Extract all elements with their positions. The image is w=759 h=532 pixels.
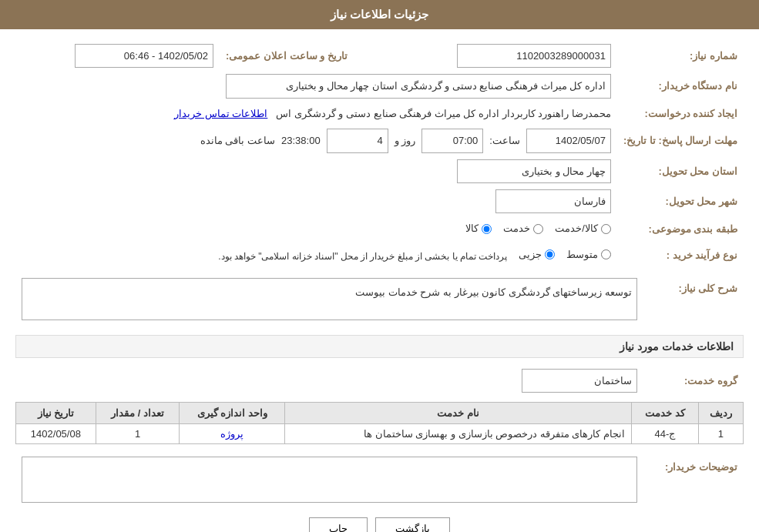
- buyer-desc-label: توضیحات خریدار:: [643, 453, 744, 506]
- category-label: طبقه بندی موضوعی:: [617, 216, 744, 243]
- services-table-header-row: ردیف کد خدمت نام خدمت واحد اندازه گیری ت…: [16, 403, 744, 424]
- announce-date-value: 1402/05/02 - 06:46: [75, 44, 213, 68]
- col-date: تاریخ نیاز: [16, 403, 96, 424]
- cell-service-code: ج-44: [632, 424, 699, 444]
- purchase-radio-motavaset[interactable]: متوسط: [566, 246, 611, 263]
- content-area: شماره نیاز: 1102003289000031 تاریخ و ساع…: [0, 29, 759, 532]
- back-button[interactable]: بازگشت: [375, 517, 450, 532]
- delivery-province-label: استان محل تحویل:: [617, 156, 744, 186]
- request-number-label: شماره نیاز:: [617, 41, 744, 71]
- purchase-type-label: نوع فرآیند خرید :: [617, 243, 744, 269]
- services-section-header: اطلاعات خدمات مورد نیاز: [15, 335, 744, 358]
- purchase-radio-jozi[interactable]: جزیی: [519, 246, 555, 263]
- category-radio3-label: کالا/خدمت: [555, 219, 598, 237]
- cell-service-name: انجام کارهای متفرقه درخصوص بازسازی و بهس…: [285, 424, 632, 444]
- request-number-value: 1102003289000031: [457, 44, 611, 68]
- page-title: جزئیات اطلاعات نیاز: [331, 8, 428, 21]
- category-radio2-label: خدمت: [503, 219, 530, 237]
- table-row: 1 ج-44 انجام کارهای متفرقه درخصوص بازساز…: [16, 424, 744, 444]
- deadline-remaining-label: ساعت باقی مانده: [200, 132, 275, 149]
- col-service-code: کد خدمت: [632, 403, 699, 424]
- delivery-province-value: چهار محال و بختیاری: [457, 159, 611, 183]
- info-row-creator: ایجاد کننده درخواست: محمدرضا راهنورد کار…: [15, 102, 744, 125]
- deadline-days-value: 4: [327, 129, 388, 152]
- category-radio-khedmat[interactable]: خدمت: [503, 219, 543, 237]
- deadline-date-value: 1402/05/07: [526, 129, 611, 152]
- description-label: شرح کلی نیاز:: [643, 275, 744, 323]
- delivery-city-value: فارسان: [495, 189, 611, 213]
- cell-row-num: 1: [698, 424, 743, 444]
- services-table: ردیف کد خدمت نام خدمت واحد اندازه گیری ت…: [15, 402, 744, 444]
- contact-link[interactable]: اطلاعات تماس خریدار: [174, 108, 267, 119]
- info-row-deadline: مهلت ارسال پاسخ: تا تاریخ: 1402/05/07 سا…: [15, 125, 744, 156]
- col-quantity: تعداد / مقدار: [96, 403, 180, 424]
- buyer-desc-table: توضیحات خریدار:: [15, 453, 744, 506]
- cell-quantity: 1: [96, 424, 180, 444]
- cell-date: 1402/05/08: [16, 424, 96, 444]
- info-table: شماره نیاز: 1102003289000031 تاریخ و ساع…: [15, 41, 744, 269]
- category-radio-group: کالا/خدمت خدمت کالا: [465, 219, 611, 237]
- category-radio1-label: کالا: [465, 219, 479, 237]
- deadline-remaining-value: 23:38:00: [281, 132, 321, 149]
- announce-date-label: تاریخ و ساعت اعلان عمومی:: [220, 41, 354, 71]
- deadline-label: مهلت ارسال پاسخ: تا تاریخ:: [617, 125, 744, 156]
- cell-unit: پروژه: [180, 424, 285, 444]
- bottom-buttons: بازگشت چاپ: [15, 506, 744, 532]
- purchase-type-radio-group: متوسط جزیی: [519, 246, 611, 263]
- info-row-request: شماره نیاز: 1102003289000031 تاریخ و ساع…: [15, 41, 744, 71]
- col-row-num: ردیف: [698, 403, 743, 424]
- description-row: شرح کلی نیاز: توسعه زیرساختهای گردشگری ک…: [15, 275, 744, 323]
- page-header: جزئیات اطلاعات نیاز: [0, 0, 759, 29]
- info-row-delivery-city: شهر محل تحویل: فارسان: [15, 186, 744, 216]
- buyer-desc-value: [22, 457, 637, 503]
- info-row-delivery-province: استان محل تحویل: چهار محال و بختیاری: [15, 156, 744, 186]
- creator-value: محمدرضا راهنورد کاربردار اداره کل میراث …: [276, 108, 611, 119]
- col-service-name: نام خدمت: [285, 403, 632, 424]
- category-radio-kala-khedmat[interactable]: کالا/خدمت: [555, 219, 611, 237]
- buyer-org-value: اداره کل میراث فرهنگی صنایع دستی و گردشگ…: [226, 74, 611, 98]
- purchase-radio1-label: جزیی: [519, 246, 542, 263]
- deadline-day-label: روز و: [395, 132, 416, 149]
- col-unit: واحد اندازه گیری: [180, 403, 285, 424]
- deadline-time-label: ساعت:: [489, 132, 520, 149]
- service-group-value: ساختمان: [522, 369, 637, 393]
- service-group-table: گروه خدمت: ساختمان: [15, 366, 744, 396]
- print-button[interactable]: چاپ: [309, 517, 368, 532]
- deadline-time-value: 07:00: [421, 129, 483, 152]
- purchase-note: پرداخت تمام یا بخشی از مبلغ خریدار از مح…: [218, 251, 507, 262]
- description-table: شرح کلی نیاز: توسعه زیرساختهای گردشگری ک…: [15, 275, 744, 323]
- purchase-radio2-label: متوسط: [566, 246, 598, 263]
- service-group-label: گروه خدمت:: [643, 366, 744, 396]
- info-row-category: طبقه بندی موضوعی: کالا/خدمت خدمت: [15, 216, 744, 243]
- description-value: توسعه زیرساختهای گردشگری کانون بیرغار به…: [22, 278, 637, 320]
- page-wrapper: جزئیات اطلاعات نیاز شماره نیاز: 11020032…: [0, 0, 759, 532]
- creator-label: ایجاد کننده درخواست:: [617, 102, 744, 125]
- info-row-purchase-type: نوع فرآیند خرید : متوسط جزیی: [15, 243, 744, 269]
- info-row-buyer-org: نام دستگاه خریدار: اداره کل میراث فرهنگی…: [15, 71, 744, 101]
- buyer-org-label: نام دستگاه خریدار:: [617, 71, 744, 101]
- delivery-city-label: شهر محل تحویل:: [617, 186, 744, 216]
- category-radio-kala[interactable]: کالا: [465, 219, 492, 237]
